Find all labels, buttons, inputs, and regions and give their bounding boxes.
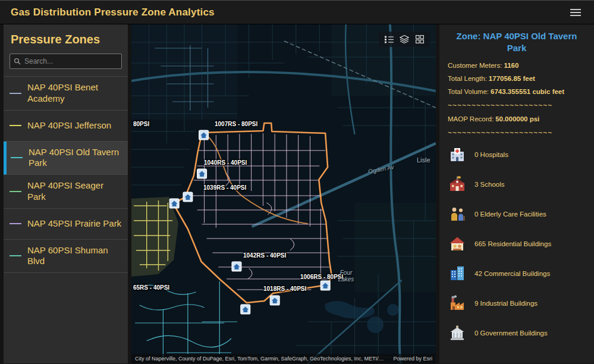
zone-item-label: NAP 40PSI Seager Park bbox=[27, 180, 122, 203]
residential-icon bbox=[448, 234, 467, 253]
meter-station-marker[interactable] bbox=[197, 169, 207, 178]
zone-item-label: NAP 45PSI Prairie Park bbox=[27, 218, 121, 230]
map-toolbar bbox=[379, 32, 430, 47]
facility-government: 0 Government Buildings bbox=[448, 321, 586, 346]
layers-button[interactable] bbox=[398, 34, 411, 45]
tilde-divider: ~~~~~~~~~~~~~~~~~~~~~~ bbox=[448, 101, 586, 109]
stat-label: Customer Meters: bbox=[448, 62, 502, 69]
zone-item-jefferson[interactable]: NAP 40PSI Jefferson bbox=[4, 111, 128, 142]
zone-item-label: NAP 40PSI Benet Academy bbox=[27, 82, 122, 105]
basemap-grid-icon bbox=[416, 35, 424, 43]
menu-button[interactable] bbox=[568, 7, 583, 18]
zone-item-old-tavern-park[interactable]: NAP 40PSI Old Tavern Park bbox=[4, 142, 128, 175]
hospital-icon bbox=[448, 145, 467, 164]
stat-customer-meters: Customer Meters:1160 bbox=[448, 62, 586, 69]
stat-total-length: Total Length:177056.85 feet bbox=[448, 75, 586, 82]
meter-station-marker[interactable] bbox=[241, 305, 250, 314]
zone-item-label: NAP 60PSI Shuman Blvd bbox=[27, 245, 122, 268]
stat-label: Total Volume: bbox=[448, 88, 489, 95]
facility-commercial: 42 Commercial Buildings bbox=[448, 262, 586, 286]
facility-residential: 665 Residential Buildings bbox=[448, 232, 586, 256]
facility-label: 0 Hospitals bbox=[474, 151, 508, 158]
meter-station-marker[interactable] bbox=[270, 296, 279, 305]
school-icon bbox=[448, 175, 467, 194]
meter-station-marker[interactable] bbox=[199, 130, 209, 140]
zone-details-panel: Zone: NAP 40PSI Old Tavern Park Customer… bbox=[439, 24, 594, 363]
hamburger-icon bbox=[570, 9, 581, 10]
zone-item-label: NAP 40PSI Jefferson bbox=[27, 120, 111, 131]
stat-total-volume: Total Volume:6743.355551 cubic feet bbox=[448, 88, 586, 95]
layers-icon bbox=[400, 35, 409, 43]
zone-search[interactable] bbox=[10, 54, 122, 69]
zone-item-prairie-park[interactable]: NAP 45PSI Prairie Park bbox=[4, 209, 128, 240]
main-content: Pressure Zones NAP 40PSI Benet Academy N… bbox=[0, 24, 594, 363]
zone-line-icon bbox=[10, 191, 21, 192]
meter-station-marker[interactable] bbox=[320, 281, 330, 290]
sidebar-title: Pressure Zones bbox=[4, 24, 128, 52]
zone-details-title: Zone: NAP 40PSI Old Tavern Park bbox=[448, 30, 586, 55]
meter-station-marker[interactable] bbox=[232, 262, 241, 271]
stat-value: 177056.85 feet bbox=[489, 75, 535, 82]
zone-line-icon bbox=[10, 93, 21, 94]
legend-list-icon bbox=[385, 36, 394, 43]
facility-label: 3 Schools bbox=[474, 181, 505, 188]
zone-line-icon bbox=[10, 255, 21, 256]
government-icon bbox=[448, 324, 467, 343]
tilde-divider: ~~~~~~~~~~~~~~~~~~~~~~ bbox=[448, 128, 586, 137]
stat-value: 1160 bbox=[504, 62, 518, 69]
stat-label: MAOP Record: bbox=[448, 115, 494, 123]
zone-line-icon bbox=[11, 157, 23, 158]
facility-elderly-care: 0 Elderly Care Facilities bbox=[448, 202, 586, 227]
map-attribution: City of Naperville, County of DuPage, Es… bbox=[131, 354, 436, 363]
map-view[interactable]: 1007RS - 80PSI 1040RS - 40PSI 1039RS - 4… bbox=[131, 24, 436, 363]
zone-list: NAP 40PSI Benet Academy NAP 40PSI Jeffer… bbox=[4, 76, 128, 273]
zone-line-icon bbox=[10, 125, 21, 126]
stat-maop-record: MAOP Record:50.000000 psi bbox=[448, 115, 586, 123]
facility-label: 665 Residential Buildings bbox=[474, 240, 551, 247]
zone-line-icon bbox=[10, 223, 21, 224]
facility-label: 42 Commercial Buildings bbox=[474, 270, 550, 277]
meter-station-marker[interactable] bbox=[183, 192, 193, 202]
facility-industrial: 9 Industrial Buildings bbox=[448, 291, 586, 316]
search-input[interactable] bbox=[24, 57, 118, 65]
pressure-zones-panel: Pressure Zones NAP 40PSI Benet Academy N… bbox=[4, 24, 128, 363]
zone-item-shuman-blvd[interactable]: NAP 60PSI Shuman Blvd bbox=[4, 240, 128, 274]
commercial-icon bbox=[448, 264, 467, 283]
facility-hospitals: 0 Hospitals bbox=[448, 143, 586, 167]
legend-button[interactable] bbox=[382, 34, 395, 45]
search-icon bbox=[14, 58, 21, 65]
facility-label: 9 Industrial Buildings bbox=[474, 300, 538, 307]
meter-station-marker[interactable] bbox=[169, 199, 179, 208]
facility-schools: 3 Schools bbox=[448, 172, 586, 197]
powered-by-esri[interactable]: Powered by Esri bbox=[393, 356, 432, 362]
basemap-button[interactable] bbox=[413, 34, 426, 45]
facility-label: 0 Elderly Care Facilities bbox=[474, 211, 546, 218]
attribution-text: City of Naperville, County of DuPage, Es… bbox=[135, 356, 387, 362]
zone-item-seager-park[interactable]: NAP 40PSI Seager Park bbox=[4, 175, 128, 209]
stat-value: 6743.355551 cubic feet bbox=[491, 88, 564, 95]
stat-value: 50.000000 psi bbox=[495, 115, 539, 123]
zone-item-benet-academy[interactable]: NAP 40PSI Benet Academy bbox=[4, 77, 128, 111]
app-title: Gas Distribution Pressure Zone Analytics bbox=[11, 7, 215, 18]
basemap bbox=[131, 24, 436, 363]
industrial-icon bbox=[448, 294, 467, 313]
facility-label: 0 Government Buildings bbox=[474, 330, 548, 337]
elderly-care-icon bbox=[448, 205, 467, 224]
stat-label: Total Length: bbox=[448, 75, 487, 82]
app-header: Gas Distribution Pressure Zone Analytics bbox=[0, 0, 594, 24]
zone-item-label: NAP 40PSI Old Tavern Park bbox=[29, 147, 122, 170]
